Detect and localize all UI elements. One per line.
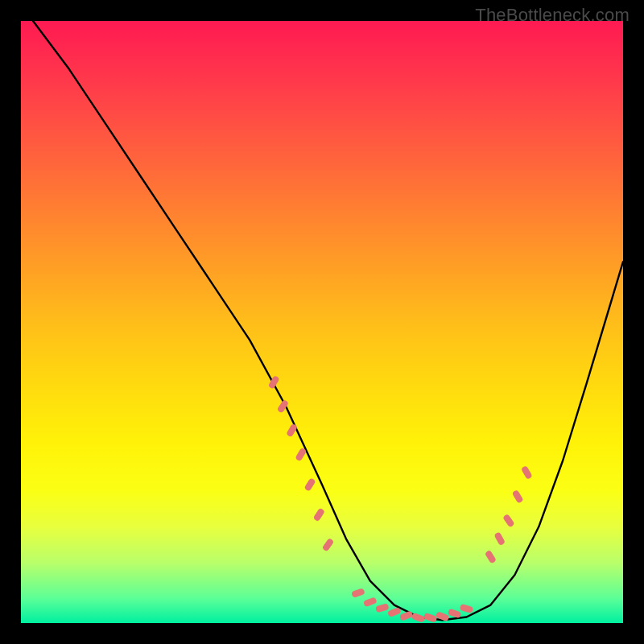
svg-rect-5 xyxy=(313,508,325,522)
marker-cluster-left xyxy=(268,375,335,552)
svg-rect-13 xyxy=(423,613,438,623)
curve-svg xyxy=(21,21,623,623)
svg-rect-7 xyxy=(351,588,365,598)
svg-rect-17 xyxy=(485,550,497,564)
marker-cluster-right xyxy=(485,465,533,564)
svg-rect-15 xyxy=(448,609,462,619)
svg-rect-9 xyxy=(375,603,390,613)
svg-rect-18 xyxy=(493,531,506,546)
svg-rect-19 xyxy=(502,514,515,528)
svg-rect-4 xyxy=(303,477,316,492)
plot-area xyxy=(21,21,623,623)
svg-rect-6 xyxy=(322,538,335,552)
svg-rect-8 xyxy=(363,597,378,607)
svg-rect-21 xyxy=(521,465,533,480)
svg-rect-20 xyxy=(512,489,524,504)
chart-frame: TheBottleneck.com xyxy=(0,0,644,644)
watermark-text: TheBottleneck.com xyxy=(475,5,630,26)
svg-rect-16 xyxy=(460,604,474,613)
bottleneck-curve xyxy=(33,21,623,620)
